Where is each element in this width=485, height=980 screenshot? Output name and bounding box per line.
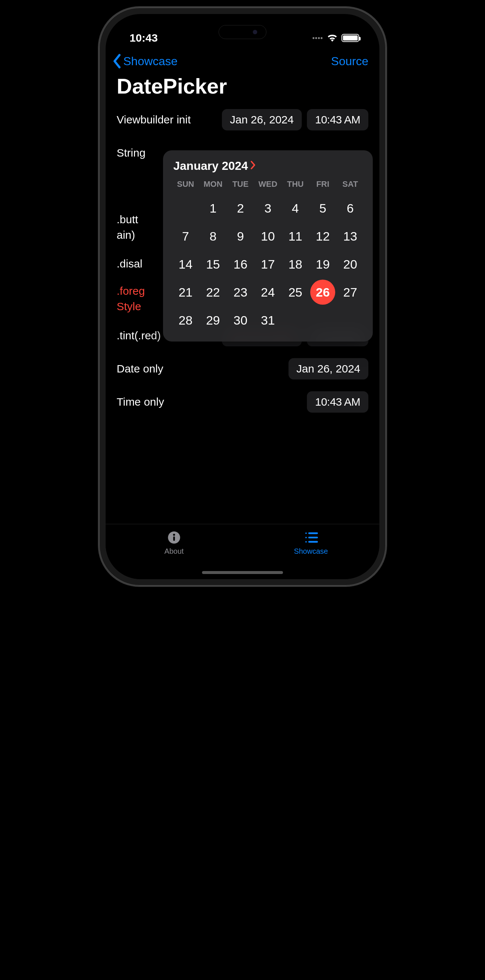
weekday-label: WED [254,180,282,189]
svg-rect-1 [173,536,175,541]
list-icon [304,530,318,545]
calendar-day[interactable]: 21 [172,278,200,306]
row-viewbuilder-label: Viewbuilder init [117,113,222,126]
battery-icon [341,34,359,42]
svg-point-7 [306,541,307,542]
row-date-only: Date only Jan 26, 2024 [117,358,368,380]
tab-showcase-label: Showcase [294,547,328,555]
date-only-button[interactable]: Jan 26, 2024 [288,358,368,379]
calendar-day[interactable]: 16 [227,250,254,278]
dynamic-island [219,25,266,39]
wifi-icon [327,32,338,44]
calendar-day[interactable]: 27 [336,278,364,306]
calendar-day[interactable]: 26 [309,278,337,306]
calendar-day[interactable]: 23 [227,278,254,306]
calendar-day[interactable]: 9 [227,222,254,250]
weekday-label: TUE [227,180,254,189]
chevron-right-icon [250,160,256,172]
back-label: Showcase [123,54,178,68]
screen: 10:43 •••• Showcase Source DatePicker Vi… [106,14,379,579]
calendar-grid: 1234567891011121314151617181920212223242… [170,194,365,334]
calendar-day[interactable]: 25 [282,278,309,306]
calendar-day[interactable]: 29 [200,306,227,334]
info-icon [167,530,181,545]
calendar-day[interactable]: 15 [200,250,227,278]
calendar-day[interactable]: 11 [282,222,309,250]
back-button[interactable]: Showcase [112,54,178,68]
row-disabled-label: .disal [117,258,143,270]
cellular-dots-icon: •••• [312,34,323,42]
nav-bar: Showcase Source [106,47,379,72]
calendar-day[interactable]: 8 [200,222,227,250]
tab-about-label: About [165,547,184,555]
calendar-day[interactable]: 13 [336,222,364,250]
calendar-day[interactable]: 30 [227,306,254,334]
weekday-label: MON [200,180,227,189]
calendar-day[interactable]: 10 [254,222,282,250]
source-button[interactable]: Source [331,54,368,68]
device-frame: 10:43 •••• Showcase Source DatePicker Vi… [99,7,386,586]
calendar-day[interactable]: 22 [200,278,227,306]
svg-point-5 [306,537,307,538]
home-indicator[interactable] [202,571,283,574]
weekday-label: THU [282,180,309,189]
month-year-button[interactable]: January 2024 [173,159,256,173]
viewbuilder-time-button[interactable]: 10:43 AM [307,109,368,130]
month-year-label: January 2024 [173,159,248,173]
calendar-day[interactable]: 1 [200,194,227,222]
calendar-day[interactable]: 28 [172,306,200,334]
calendar-day[interactable]: 4 [282,194,309,222]
page-title: DatePicker [106,72,379,109]
weekday-label: FRI [309,180,337,189]
viewbuilder-date-button[interactable]: Jan 26, 2024 [222,109,302,130]
calendar-header: January 2024 [170,159,365,173]
row-time-only-label: Time only [117,396,307,408]
status-right: •••• [312,32,359,44]
calendar-day[interactable]: 19 [309,250,337,278]
calendar-day[interactable]: 12 [309,222,337,250]
calendar-weekdays: SUNMONTUEWEDTHUFRISAT [170,180,365,189]
calendar-nav [347,163,363,169]
calendar-day[interactable]: 31 [254,306,282,334]
calendar-popover: January 2024 SUNMONTUEWEDTHUFRISAT 12345… [163,150,373,342]
weekday-label: SAT [336,180,364,189]
calendar-day[interactable]: 24 [254,278,282,306]
svg-point-2 [173,534,175,536]
calendar-day[interactable]: 18 [282,250,309,278]
calendar-day[interactable]: 6 [336,194,364,222]
row-date-only-label: Date only [117,363,288,375]
svg-point-3 [306,532,307,534]
status-time: 10:43 [130,32,158,44]
calendar-day[interactable]: 2 [227,194,254,222]
chevron-left-icon [112,54,122,68]
weekday-label: SUN [172,180,200,189]
calendar-day[interactable]: 5 [309,194,337,222]
row-viewbuilder: Viewbuilder init Jan 26, 2024 10:43 AM [117,109,368,131]
time-only-button[interactable]: 10:43 AM [307,391,368,413]
calendar-day[interactable]: 20 [336,250,364,278]
calendar-day[interactable]: 7 [172,222,200,250]
calendar-day[interactable]: 14 [172,250,200,278]
calendar-day[interactable]: 17 [254,250,282,278]
calendar-day[interactable]: 3 [254,194,282,222]
row-time-only: Time only 10:43 AM [117,391,368,413]
